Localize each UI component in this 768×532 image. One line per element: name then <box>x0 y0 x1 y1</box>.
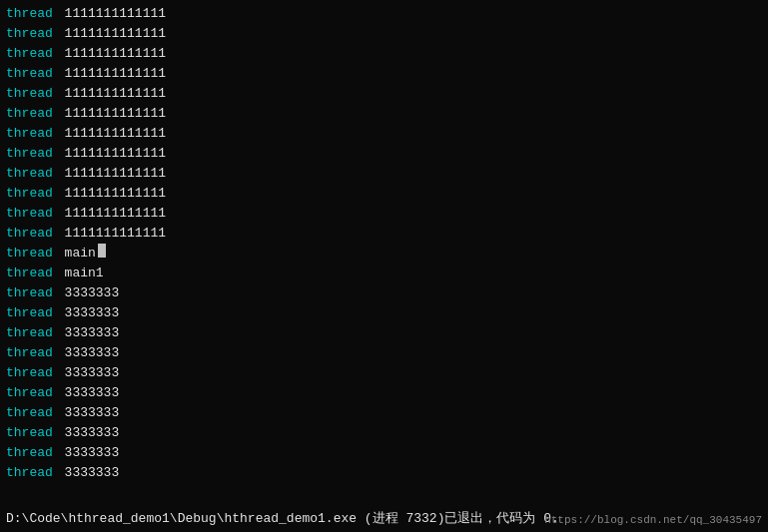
terminal-line: thread 1111111111111 <box>6 144 762 164</box>
thread-keyword: thread <box>6 403 53 423</box>
thread-value: 3333333 <box>57 443 119 463</box>
thread-keyword: thread <box>6 423 53 443</box>
terminal-line: thread 1111111111111 <box>6 204 762 224</box>
thread-value: 1111111111111 <box>57 124 166 144</box>
terminal-line: thread 3333333 <box>6 323 762 343</box>
thread-keyword: thread <box>6 343 53 363</box>
status-text: D:\Code\hthread_demo1\Debug\hthread_demo… <box>6 511 559 526</box>
thread-value: 1111111111111 <box>57 64 166 84</box>
thread-keyword: thread <box>6 84 53 104</box>
terminal-line: thread 3333333 <box>6 423 762 443</box>
thread-keyword: thread <box>6 4 53 24</box>
terminal-line: thread 3333333 <box>6 463 762 483</box>
thread-keyword: thread <box>6 303 53 323</box>
thread-keyword: thread <box>6 264 53 283</box>
thread-value: 3333333 <box>57 343 119 363</box>
thread-value: 1111111111111 <box>57 104 166 124</box>
thread-value: 3333333 <box>57 323 119 343</box>
thread-keyword: thread <box>6 463 53 483</box>
thread-value: 3333333 <box>57 423 119 443</box>
thread-value: 3333333 <box>57 383 119 403</box>
terminal-line: thread 1111111111111 <box>6 84 762 104</box>
thread-keyword: thread <box>6 363 53 383</box>
terminal-line: thread main1 <box>6 264 762 283</box>
terminal-line: thread 1111111111111 <box>6 64 762 84</box>
terminal-line: thread 3333333 <box>6 283 762 303</box>
thread-keyword: thread <box>6 224 53 244</box>
thread-keyword: thread <box>6 164 53 184</box>
watermark: https://blog.csdn.net/qq_30435497 <box>544 514 762 526</box>
thread-value: 1111111111111 <box>57 4 166 24</box>
thread-value: main1 <box>57 264 104 283</box>
thread-value: 3333333 <box>57 403 119 423</box>
thread-value: 3333333 <box>57 303 119 323</box>
thread-keyword: thread <box>6 383 53 403</box>
thread-value: main <box>57 244 96 264</box>
terminal: thread 1111111111111thread 1111111111111… <box>0 0 768 532</box>
terminal-line: thread 3333333 <box>6 383 762 403</box>
thread-keyword: thread <box>6 443 53 463</box>
thread-keyword: thread <box>6 24 53 44</box>
thread-value: 3333333 <box>57 363 119 383</box>
terminal-line: thread 1111111111111 <box>6 224 762 244</box>
thread-value: 3333333 <box>57 283 119 303</box>
thread-value: 1111111111111 <box>57 164 166 184</box>
thread-value: 1111111111111 <box>57 224 166 244</box>
terminal-line: thread 3333333 <box>6 303 762 323</box>
cursor <box>98 244 106 258</box>
terminal-line: thread 1111111111111 <box>6 24 762 44</box>
thread-value: 1111111111111 <box>57 84 166 104</box>
terminal-line: thread 1111111111111 <box>6 104 762 124</box>
terminal-line: thread 3333333 <box>6 403 762 423</box>
terminal-line: thread 1111111111111 <box>6 124 762 144</box>
thread-keyword: thread <box>6 323 53 343</box>
thread-value: 1111111111111 <box>57 184 166 204</box>
terminal-line: thread 3333333 <box>6 343 762 363</box>
terminal-line: thread main <box>6 244 762 264</box>
terminal-line: thread 1111111111111 <box>6 44 762 64</box>
thread-keyword: thread <box>6 124 53 144</box>
thread-keyword: thread <box>6 283 53 303</box>
thread-value: 1111111111111 <box>57 44 166 64</box>
thread-keyword: thread <box>6 204 53 224</box>
thread-value: 3333333 <box>57 463 119 483</box>
thread-keyword: thread <box>6 144 53 164</box>
thread-value: 1111111111111 <box>57 204 166 224</box>
terminal-line: thread 1111111111111 <box>6 164 762 184</box>
thread-value: 1111111111111 <box>57 24 166 44</box>
terminal-line: thread 1111111111111 <box>6 184 762 204</box>
thread-keyword: thread <box>6 44 53 64</box>
terminal-line: thread 3333333 <box>6 363 762 383</box>
thread-keyword: thread <box>6 64 53 84</box>
thread-keyword: thread <box>6 184 53 204</box>
thread-keyword: thread <box>6 104 53 124</box>
thread-keyword: thread <box>6 244 53 264</box>
thread-value: 1111111111111 <box>57 144 166 164</box>
terminal-line: thread 3333333 <box>6 443 762 463</box>
terminal-line: thread 1111111111111 <box>6 4 762 24</box>
